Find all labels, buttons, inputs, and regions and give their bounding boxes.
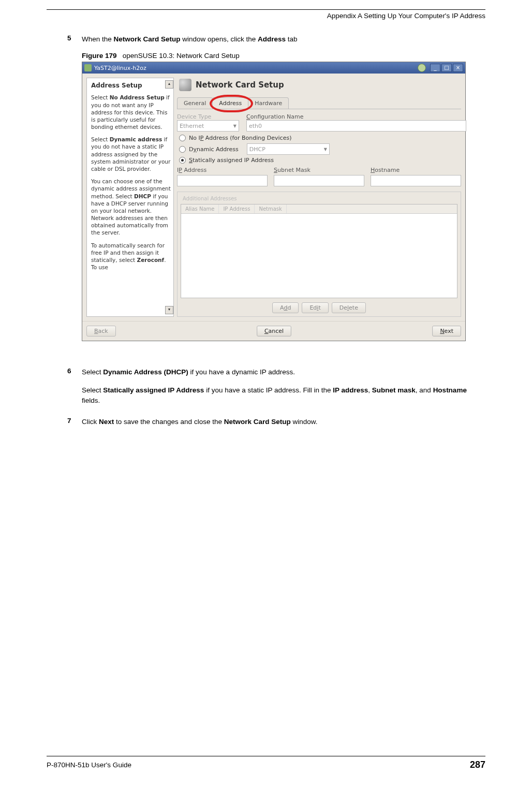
th-ip[interactable]: IP Address [219, 204, 255, 213]
combo-dhcp: DHCP▼ [247, 143, 330, 155]
label-config-name: Configuration Name [246, 113, 461, 120]
help-paragraph-3: You can choose one of the dynamic addres… [91, 178, 171, 236]
label-device-type: Device Type [177, 113, 239, 120]
add-button: Add [272, 302, 299, 313]
label-hostname: Hostname [371, 167, 461, 173]
scroll-up-icon[interactable]: ▴ [165, 80, 173, 89]
chevron-down-icon: ▼ [233, 124, 237, 128]
radio-icon [179, 135, 186, 141]
next-button[interactable]: Next [432, 326, 461, 337]
label-subnet-mask: Subnet Mask [274, 167, 364, 173]
tab-hardware[interactable]: Hardware [248, 97, 289, 109]
main-title: Network Card Setup [196, 80, 284, 90]
scroll-down-icon[interactable]: ▾ [165, 306, 173, 314]
minimize-button[interactable]: _ [430, 64, 440, 72]
input-config-name: eth0 [246, 120, 466, 132]
help-paragraph-4: To automatically search for free IP and … [91, 242, 171, 271]
radio-no-ip[interactable]: No IP Address (for Bonding Devices) [179, 135, 461, 141]
help-scrollbar[interactable]: ▴ ▾ [165, 80, 172, 314]
delete-button: Delete [332, 302, 366, 313]
additional-addresses-table[interactable]: Alias Name IP Address Netmask [181, 204, 457, 298]
cancel-button[interactable]: Cancel [257, 326, 291, 337]
help-paragraph-2: Select Dynamic address if you do not hav… [91, 136, 171, 172]
header-appendix: Appendix A Setting Up Your Computer's IP… [47, 12, 485, 20]
step-6-text: Select Dynamic Address (DHCP) if you hav… [82, 367, 485, 377]
figure-caption: Figure 179 openSUSE 10.3: Network Card S… [82, 52, 485, 60]
label-ip-address: IP Address [177, 167, 268, 173]
window-app-icon [84, 64, 92, 71]
input-ip-address[interactable] [177, 175, 268, 186]
thumbtack-icon[interactable] [418, 64, 426, 72]
edit-button: Edit [302, 302, 328, 313]
radio-static-label: Statically assigned IP Address [189, 157, 274, 164]
maximize-button[interactable]: □ [441, 64, 452, 72]
th-netmask[interactable]: Netmask [255, 204, 286, 213]
step-6-paragraph-2: Select Statically assigned IP Address if… [82, 385, 485, 407]
close-button[interactable]: × [453, 64, 463, 72]
help-pane: Address Setup Select No Address Setup if… [86, 78, 174, 317]
th-alias[interactable]: Alias Name [181, 204, 219, 213]
combo-device-type: Ethernet▼ [177, 120, 239, 132]
radio-dynamic[interactable]: Dynamic Address DHCP▼ [179, 143, 461, 155]
help-title: Address Setup [91, 81, 171, 90]
radio-icon-checked [179, 157, 186, 164]
radio-dynamic-label: Dynamic Address [189, 146, 239, 153]
step-7-text: Click Next to save the changes and close… [82, 417, 485, 427]
additional-addresses-label: Additional Addresses [181, 196, 239, 201]
page-number: 287 [470, 759, 485, 770]
tab-general[interactable]: General [177, 97, 213, 109]
additional-addresses-group: Additional Addresses Alias Name IP Addre… [177, 192, 461, 317]
footer-guide-name: P-870HN-51b User's Guide [47, 761, 131, 769]
chevron-down-icon: ▼ [324, 147, 327, 152]
tab-address[interactable]: Address [212, 97, 248, 109]
window-titlebar[interactable]: YaST2@linux-h2oz _ □ × [82, 62, 465, 74]
step-7-number: 7 [67, 417, 82, 427]
network-card-icon [179, 79, 191, 91]
step-6-number: 6 [67, 367, 82, 377]
yast-window: YaST2@linux-h2oz _ □ × Address Setup Sel… [82, 62, 466, 341]
radio-icon [179, 146, 186, 153]
radio-no-ip-label: No IP Address (for Bonding Devices) [189, 135, 291, 141]
input-subnet-mask[interactable] [274, 175, 364, 186]
window-title: YaST2@linux-h2oz [94, 65, 418, 71]
radio-static[interactable]: Statically assigned IP Address [179, 157, 461, 164]
main-pane: Network Card Setup General Address Hardw… [177, 78, 461, 317]
step-5-text: When the Network Card Setup window opens… [82, 34, 485, 45]
step-5-number: 5 [67, 34, 82, 45]
help-paragraph-1: Select No Address Setup if you do not wa… [91, 94, 171, 130]
input-hostname[interactable] [371, 175, 461, 186]
back-button: Back [86, 326, 116, 337]
tabs: General Address Hardware [177, 97, 461, 109]
